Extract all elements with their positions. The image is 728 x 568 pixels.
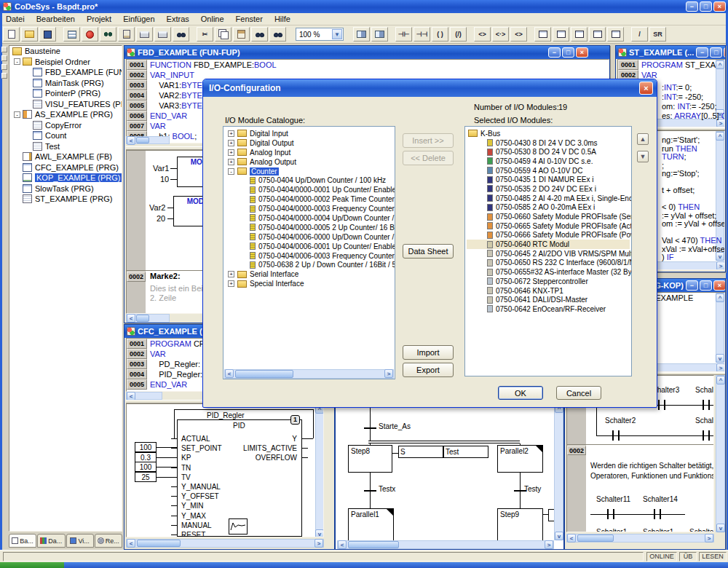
library-button[interactable] bbox=[63, 27, 80, 42]
print-preview-button[interactable] bbox=[154, 27, 171, 42]
function-block-button[interactable] bbox=[571, 27, 587, 42]
selected-module-item[interactable]: 0750-0665 Safety Module PROFIsafe (Actua… bbox=[467, 221, 630, 231]
dialog-close-icon[interactable]: × bbox=[639, 82, 653, 95]
sidebar-item-st_example[interactable]: ST_EXAMPLE (PRG) bbox=[9, 194, 122, 205]
selected-module-item[interactable]: 0750-0646 KNX-TP1 bbox=[467, 286, 630, 296]
menu-einfügen[interactable]: Einfügen bbox=[117, 14, 160, 24]
menu-projekt[interactable]: Projekt bbox=[81, 14, 117, 24]
fbd-input-label[interactable]: Var2 bbox=[149, 203, 165, 212]
scroll-up-icon[interactable]: ^ bbox=[716, 132, 724, 141]
zoom-select[interactable]: 100 %▼ bbox=[296, 28, 344, 41]
app-maximize-button[interactable]: □ bbox=[700, 1, 712, 12]
sidebar-item-fbd_example[interactable]: FBD_EXAMPLE (FUN) bbox=[9, 67, 122, 78]
sidebar-item-test[interactable]: Test bbox=[9, 141, 122, 152]
glasses-button[interactable] bbox=[100, 27, 116, 42]
menu-online[interactable]: Online bbox=[195, 14, 230, 24]
windows-taskbar[interactable] bbox=[0, 562, 728, 568]
cfc-body-pane[interactable]: PID_Regler PID 1 ACTUALSET_POINTKPTNTVY_… bbox=[126, 403, 324, 537]
scrollbar-thumb[interactable] bbox=[137, 540, 181, 547]
scroll-left-icon[interactable]: < bbox=[338, 540, 347, 549]
sidebar-item-bausteine[interactable]: Bausteine bbox=[9, 46, 122, 57]
side-mini-button[interactable] bbox=[1, 47, 7, 52]
fbd-input-label[interactable]: 20 bbox=[157, 214, 165, 223]
sidebar-tab-ba[interactable]: Ba... bbox=[9, 534, 36, 548]
st-window-titlebar[interactable]: ST_EXAMPLE (... − □ × bbox=[616, 46, 725, 59]
catalogue-item[interactable]: +Analog Input bbox=[225, 148, 393, 157]
tree-expander-icon[interactable]: - bbox=[14, 58, 20, 65]
contact-icon[interactable] bbox=[654, 509, 661, 519]
st-decl-vscrollbar[interactable]: ^ v bbox=[716, 60, 724, 118]
declaration-button[interactable] bbox=[118, 27, 135, 42]
contact-label[interactable]: Schalter2 bbox=[605, 417, 636, 425]
new-file-button[interactable] bbox=[3, 27, 20, 42]
tree-expander-icon[interactable]: - bbox=[228, 168, 234, 175]
kop-hscrollbar[interactable]: < > bbox=[566, 534, 714, 543]
sfc-action-qualifier[interactable]: S bbox=[398, 446, 443, 458]
pid-input-pin[interactable]: KP bbox=[181, 454, 191, 462]
selected-module-item[interactable]: 0750-0435 1 DI NAMUR EEx i bbox=[467, 175, 630, 184]
catalogue-item[interactable]: 0750-0404/0006-0003 Frequency Counter 0.… bbox=[225, 251, 393, 261]
pid-input-pin[interactable]: MANUAL bbox=[181, 521, 212, 529]
selected-module-item[interactable]: 0750-0645 2 AI/2DO VIB VRMS/SPM Multi bbox=[467, 249, 630, 259]
paste-button[interactable] bbox=[233, 27, 250, 42]
menu-fenster[interactable]: Fenster bbox=[230, 14, 269, 24]
contact-icon[interactable] bbox=[703, 400, 710, 410]
catalogue-item[interactable]: -Counter bbox=[225, 167, 393, 176]
scroll-up-icon[interactable]: ^ bbox=[716, 293, 724, 302]
sidebar-item-beispiel[interactable]: -Beispiel Ordner bbox=[9, 57, 122, 68]
selected-module-item[interactable]: 0750-0641 DALI/DSI-Master bbox=[467, 295, 630, 304]
scrollbar-thumb[interactable] bbox=[136, 315, 149, 322]
export-button[interactable]: Export bbox=[403, 363, 454, 377]
tree-expander-icon[interactable]: + bbox=[228, 130, 234, 137]
scroll-up-icon[interactable]: ^ bbox=[716, 376, 725, 384]
catalogue-listbox[interactable]: < > +Digital Input+Digital Output+Analog… bbox=[223, 126, 395, 379]
catalogue-item[interactable]: 0750-0638 2 Up / Down Counter / 16Bit / … bbox=[225, 260, 393, 269]
box-button[interactable] bbox=[534, 27, 551, 42]
catalogue-item[interactable]: 0750-0404/0000-0004 Up/Down Counter / Sw… bbox=[225, 213, 393, 223]
tree-expander-icon[interactable]: + bbox=[228, 159, 234, 165]
sidebar-item-awl_example[interactable]: AWL_EXAMPLE (FB) bbox=[9, 151, 122, 162]
data-sheet-button[interactable]: Data Sheet bbox=[403, 244, 454, 259]
side-mini-button[interactable] bbox=[1, 73, 7, 79]
pid-output-pin[interactable]: OVERFLOW bbox=[256, 454, 297, 462]
sfc-transition-label[interactable]: Testx bbox=[379, 485, 395, 493]
tree-expander-icon[interactable]: - bbox=[14, 111, 20, 118]
fbd-input-label[interactable]: 10 bbox=[160, 175, 169, 184]
fbd-minimize-button[interactable]: − bbox=[548, 47, 561, 58]
cfc-hscrollbar[interactable]: < > bbox=[126, 539, 324, 548]
code-line[interactable]: 0001PROGRAM ST_EXAMPLE bbox=[618, 60, 724, 70]
selected-module-item[interactable]: 0750-0666 Safety Module PROFIsafe (Power… bbox=[467, 231, 630, 240]
sidebar-tab-vi[interactable]: Vi... bbox=[66, 534, 94, 548]
menu-bearbeiten[interactable]: Bearbeiten bbox=[31, 14, 81, 24]
st-close-button[interactable]: × bbox=[724, 47, 725, 58]
catalogue-hscrollbar[interactable]: < > bbox=[224, 369, 394, 379]
sidebar-item-copyerror[interactable]: CopyError bbox=[9, 120, 122, 131]
branch-parallel-button[interactable]: <·> bbox=[492, 27, 509, 42]
tree-expander-icon[interactable]: + bbox=[228, 149, 234, 156]
pid-input-pin[interactable]: TN bbox=[181, 464, 191, 472]
scroll-left-icon[interactable]: < bbox=[567, 534, 576, 543]
fbd-window-titlebar[interactable]: FBD_EXAMPLE (FUN-FUP) − □ × bbox=[124, 46, 609, 59]
delete-button[interactable]: << Delete bbox=[403, 151, 454, 165]
scroll-right-icon[interactable]: > bbox=[705, 534, 713, 543]
find-next-button[interactable] bbox=[269, 27, 286, 42]
catalogue-item[interactable]: +Digital Input bbox=[225, 129, 393, 138]
code-line[interactable]: 0001FUNCTION FBD_EXAMPLE:BOOL bbox=[127, 60, 609, 70]
selected-module-item[interactable]: 0750-0485 2 AI 4-20 mA EEx i, Single-End… bbox=[467, 194, 630, 203]
sfc-vscrollbar[interactable]: ^ v bbox=[554, 403, 563, 540]
kop-minimize-button[interactable]: − bbox=[686, 280, 698, 291]
contact-label[interactable]: Schalter1 bbox=[643, 528, 673, 532]
st-minimize-button[interactable]: − bbox=[696, 47, 708, 58]
find-button[interactable] bbox=[251, 27, 268, 42]
sidebar-item-count[interactable]: Count bbox=[9, 130, 122, 141]
move-up-icon[interactable]: ▲ bbox=[637, 133, 649, 145]
cancel-button[interactable]: Cancel bbox=[556, 386, 601, 400]
contact-icon[interactable] bbox=[607, 509, 614, 519]
pid-input-pin[interactable]: ACTUAL bbox=[181, 435, 210, 443]
pid-input-pin[interactable]: Y_OFFSET bbox=[181, 492, 219, 500]
side-mini-button[interactable] bbox=[1, 64, 7, 70]
scroll-right-icon[interactable]: > bbox=[545, 540, 553, 549]
operator-button[interactable] bbox=[607, 27, 624, 42]
scrollbar-thumb[interactable] bbox=[577, 535, 614, 542]
contact-parallel-button[interactable]: ⊣⊣ bbox=[414, 27, 430, 42]
